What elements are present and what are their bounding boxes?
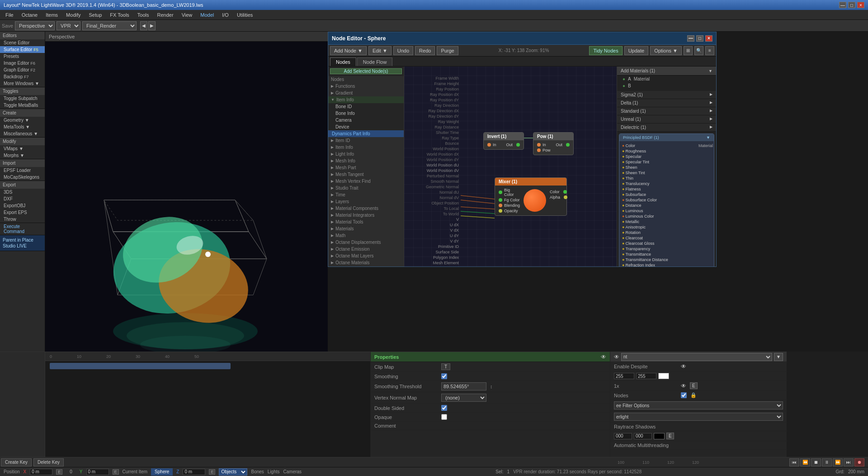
color-r-input[interactable]	[614, 373, 634, 379]
transport-controls[interactable]: ⏮ ⏪ ⏹ ⏸ ⏩ ⏭ ⏺	[789, 458, 864, 466]
standard-node-item[interactable]: Standard (1) ▶	[617, 107, 716, 115]
ne-options-btn[interactable]: Options ▼	[650, 46, 682, 55]
ne-close-btn[interactable]: ×	[705, 35, 712, 42]
opacity-e-btn[interactable]: E	[690, 382, 698, 389]
node-mixer-opacity[interactable]: Opacity	[497, 208, 522, 214]
sidebar-mocap-skelegons[interactable]: MoCapSkelegons	[0, 174, 45, 181]
sidebar-execute-command[interactable]: Execute Command	[0, 223, 45, 235]
sidebar-export-header[interactable]: Export	[0, 181, 45, 189]
tree-math-header[interactable]: ▶ Math	[328, 232, 404, 239]
dielectric-node-item[interactable]: Dielectric (1) ▶	[617, 124, 716, 132]
tree-functions-header[interactable]: ▶ Functions	[328, 83, 404, 90]
sidebar-vmaps[interactable]: VMaps ▼	[0, 145, 45, 152]
transport-stop-btn[interactable]: ⏹	[811, 458, 821, 466]
sidebar-morphs[interactable]: Morphs ▼	[0, 152, 45, 159]
sidebar-export-obj[interactable]: ExportOBJ	[0, 202, 45, 209]
ne-add-node-btn[interactable]: Add Node ▼	[330, 46, 367, 55]
nodes-checkbox[interactable]	[681, 392, 687, 398]
filter-options-select[interactable]: ee Filter Options	[614, 401, 783, 409]
ne-edit-btn[interactable]: Edit ▼	[368, 46, 392, 55]
transport-record-btn[interactable]: ⏺	[854, 458, 864, 466]
sidebar-image-editor[interactable]: Image Editor F6	[0, 60, 45, 67]
tree-time-header[interactable]: ▶ Time	[328, 191, 404, 198]
arrow-btn-1[interactable]: ◀	[140, 21, 147, 30]
create-key-btn[interactable]: Create Key	[1, 458, 32, 466]
x-coord-input[interactable]	[30, 469, 52, 475]
render-dropdown[interactable]: Final_Render	[82, 21, 137, 30]
node-invert-in[interactable]: In Out	[486, 142, 522, 148]
shadow-g-input[interactable]	[634, 433, 652, 439]
sidebar-toggle-metaballs[interactable]: Toggle MetaBalls	[0, 102, 45, 109]
sidebar-modify-header[interactable]: Modify	[0, 138, 45, 145]
menu-io[interactable]: I/O	[218, 11, 232, 19]
tree-item-info2-header[interactable]: ▶ Item Info	[328, 144, 404, 151]
tree-material-integrators-header[interactable]: ▶ Material Integrators	[328, 212, 404, 219]
tree-mesh-info-header[interactable]: ▶ Mesh Info	[328, 157, 404, 164]
tree-bone-info[interactable]: Bone Info	[328, 110, 404, 117]
sidebar-toggle-subpatch[interactable]: Toggle Subpatch	[0, 95, 45, 102]
ne-maximize-btn[interactable]: □	[696, 35, 703, 42]
shadow-r-input[interactable]	[614, 433, 632, 439]
sigma2-node-item[interactable]: Sigma2 (1) ▶	[617, 91, 716, 99]
tree-light-info-header[interactable]: ▶ Light Info	[328, 151, 404, 157]
menu-utilities[interactable]: Utilities	[233, 11, 256, 19]
tree-materials-header[interactable]: ▶ Materials	[328, 225, 404, 232]
z-e-btn[interactable]: E	[209, 469, 215, 475]
extra-dropdown-select[interactable]: erlight	[614, 413, 783, 421]
menu-model[interactable]: Model	[197, 11, 217, 19]
add-materials-dropdown[interactable]: ▼	[708, 69, 712, 73]
x-e-btn[interactable]: E	[56, 469, 62, 475]
node-mixer-color-out[interactable]: Color	[548, 189, 569, 195]
z-coord-input[interactable]	[183, 469, 205, 475]
right-panel-eye-icon[interactable]: 👁	[614, 354, 619, 360]
vertex-normal-map-select[interactable]: (none)	[441, 394, 486, 402]
tree-item-info-header[interactable]: ▼ Item Info	[328, 96, 404, 103]
node-mixer-blending[interactable]: Blending	[497, 203, 522, 208]
sidebar-metatools[interactable]: MetaTools ▼	[0, 124, 45, 130]
tree-gradient-header[interactable]: ▶ Gradient	[328, 90, 404, 96]
tab-node-flow[interactable]: Node Flow	[357, 57, 393, 66]
ne-update-btn[interactable]: Update	[624, 46, 648, 55]
tree-material-tools-header[interactable]: ▶ Material Tools	[328, 219, 404, 225]
tree-octane-medium-header[interactable]: ▶ Octane Medium	[328, 266, 404, 267]
title-bar-buttons[interactable]: — □ ×	[839, 2, 864, 8]
enable-despite-eye[interactable]: 👁	[681, 363, 686, 370]
sidebar-scene-editor[interactable]: Scene Editor	[0, 39, 45, 46]
ne-icon-3[interactable]: ≡	[705, 46, 714, 55]
minimize-button[interactable]: —	[839, 2, 846, 8]
opaque-checkbox[interactable]	[441, 414, 447, 420]
tree-octane-emission-header[interactable]: ▶ Octane Emission	[328, 246, 404, 252]
sidebar-throw[interactable]: Throw	[0, 216, 45, 223]
transport-end-btn[interactable]: ⏭	[844, 458, 854, 466]
maximize-button[interactable]: □	[848, 2, 855, 8]
sidebar-parent-in-place[interactable]: Parent in PlaceStudio LIVE	[0, 235, 45, 251]
transport-play-btn[interactable]: ⏩	[833, 458, 843, 466]
tree-octane-materials-header[interactable]: ▶ Octane Materials	[328, 259, 404, 266]
menu-setup[interactable]: Setup	[85, 11, 106, 19]
tree-octane-displacements-header[interactable]: ▶ Octane Displacements	[328, 239, 404, 246]
double-sided-checkbox[interactable]	[441, 405, 447, 411]
vpr-dropdown[interactable]: VPR	[57, 21, 80, 30]
shadow-e-btn[interactable]: E	[666, 433, 674, 439]
delete-key-btn[interactable]: Delete Key	[33, 458, 64, 466]
shadow-color-swatch[interactable]	[654, 433, 665, 439]
color-g-input[interactable]	[636, 373, 656, 379]
unreal-node-item[interactable]: Unreal (1) ▶	[617, 115, 716, 124]
transport-start-btn[interactable]: ⏮	[789, 458, 799, 466]
transport-rewind-btn[interactable]: ⏪	[800, 458, 810, 466]
tree-dynamics-part-info[interactable]: Dynamics Part Info	[328, 130, 404, 137]
smoothing-threshold-input[interactable]	[441, 382, 486, 390]
sidebar-3ds[interactable]: 3DS	[0, 189, 45, 195]
tree-octane-mat-layers-header[interactable]: ▶ Octane Mat Layers	[328, 252, 404, 259]
ne-minimize-btn[interactable]: —	[687, 35, 694, 42]
menu-octane[interactable]: Octane	[18, 11, 41, 19]
sidebar-miscellaneous[interactable]: Miscellaneous ▼	[0, 130, 45, 137]
node-mixer[interactable]: Mixer (1) Big Color Fg Color	[495, 177, 567, 216]
opacity-eye-icon[interactable]: 👁	[681, 383, 686, 389]
materials-b-item[interactable]: ● B	[617, 82, 716, 89]
sidebar-backdrop[interactable]: Backdrop F7	[0, 73, 45, 80]
tree-device[interactable]: Device	[328, 124, 404, 130]
sidebar-surface-editor[interactable]: Surface Editor F5	[0, 46, 45, 53]
tree-studio-trait-header[interactable]: ▶ Studio Trait	[328, 185, 404, 191]
node-pow[interactable]: Pow (1) In Out Pow	[533, 132, 574, 155]
